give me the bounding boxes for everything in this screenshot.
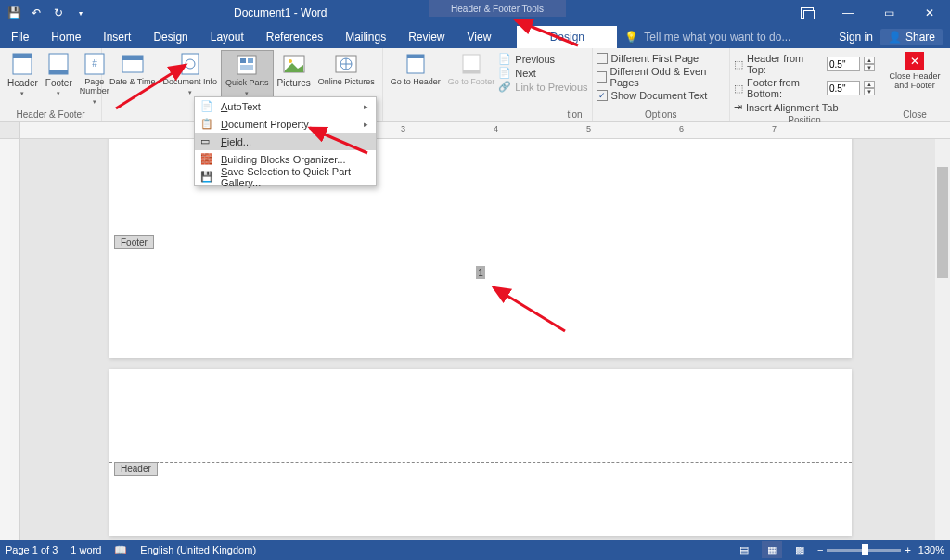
share-button[interactable]: 👤 Share bbox=[880, 29, 943, 45]
ruler-num: 6 bbox=[679, 124, 684, 134]
slider-thumb[interactable] bbox=[862, 544, 868, 555]
close-icon: ✕ bbox=[905, 52, 924, 70]
header-top-input[interactable] bbox=[827, 57, 860, 71]
quick-parts-menu: 📄 AutoText ▸ 📋 Document Property ▸ ▭ Fie… bbox=[194, 96, 377, 186]
different-odd-even-checkbox[interactable]: Different Odd & Even Pages bbox=[597, 65, 725, 89]
tab-review[interactable]: Review bbox=[397, 26, 456, 48]
page-indicator[interactable]: Page 1 of 3 bbox=[6, 544, 58, 555]
redo-button[interactable]: ↻ bbox=[48, 3, 69, 23]
online-pictures-icon bbox=[333, 52, 359, 76]
tab-file[interactable]: File bbox=[0, 26, 40, 48]
vertical-ruler[interactable] bbox=[0, 139, 20, 540]
svg-rect-13 bbox=[240, 65, 253, 70]
footer-button[interactable]: Footer▾ bbox=[42, 50, 76, 108]
tab-view[interactable]: View bbox=[456, 26, 503, 48]
header-tag: Header bbox=[114, 462, 158, 476]
zoom-level[interactable]: 130% bbox=[918, 544, 944, 555]
save-button[interactable]: 💾 bbox=[4, 3, 24, 23]
goto-footer-button[interactable]: Go to Footer bbox=[444, 50, 499, 108]
language-indicator[interactable]: English (United Kingdom) bbox=[140, 544, 256, 555]
menu-save-selection[interactable]: 💾 Save Selection to Quick Part Gallery..… bbox=[195, 168, 376, 185]
tell-me-placeholder: Tell me what you want to do... bbox=[644, 31, 790, 44]
tab-insert[interactable]: Insert bbox=[92, 26, 142, 48]
tab-design[interactable]: Design bbox=[142, 26, 199, 48]
menu-autotext[interactable]: 📄 AutoText ▸ bbox=[195, 97, 376, 115]
ruler-num: 7 bbox=[772, 124, 777, 134]
tab-hf-design[interactable]: Design bbox=[517, 26, 617, 48]
link-icon: 🔗 bbox=[498, 81, 511, 93]
link-to-previous-button[interactable]: 🔗Link to Previous bbox=[498, 80, 587, 94]
word-count[interactable]: 1 word bbox=[71, 544, 101, 555]
footer-bottom-input[interactable] bbox=[827, 81, 860, 95]
zoom-in-button[interactable]: + bbox=[905, 544, 910, 555]
group-label-hf: Header & Footer bbox=[4, 108, 97, 121]
svg-text:#: # bbox=[92, 58, 97, 69]
svg-rect-19 bbox=[407, 55, 424, 58]
maximize-button[interactable]: ▭ bbox=[868, 0, 909, 26]
document-area: Footer 1 Header bbox=[0, 139, 950, 540]
save-gallery-icon: 💾 bbox=[200, 171, 213, 184]
web-layout-button[interactable]: ▩ bbox=[790, 541, 810, 558]
header-button[interactable]: Header▾ bbox=[4, 50, 42, 108]
building-blocks-icon: 🧱 bbox=[200, 153, 213, 166]
footer-tag: Footer bbox=[114, 235, 154, 249]
close-header-footer-button[interactable]: ✕ Close Header and Footer bbox=[883, 50, 946, 108]
vertical-scrollbar[interactable] bbox=[935, 139, 950, 540]
tab-layout[interactable]: Layout bbox=[199, 26, 255, 48]
ribbon-display-options[interactable] bbox=[787, 0, 828, 26]
svg-rect-12 bbox=[248, 58, 253, 63]
zoom-out-button[interactable]: − bbox=[817, 544, 823, 555]
previous-button[interactable]: 📄Previous bbox=[498, 52, 587, 66]
header-from-top[interactable]: ⬚ Header from Top: ▲▼ bbox=[734, 52, 875, 76]
show-document-text-checkbox[interactable]: ✓Show Document Text bbox=[597, 89, 725, 102]
ribbon: Header▾ Footer▾ # Page Number▾ Header & … bbox=[0, 48, 950, 122]
minimize-button[interactable]: — bbox=[828, 0, 868, 26]
undo-button[interactable]: ↶ bbox=[26, 3, 46, 23]
document-title: Document1 - Word bbox=[234, 6, 327, 19]
date-time-icon bbox=[120, 52, 146, 76]
doc-property-icon: 📋 bbox=[200, 118, 213, 131]
scrollbar-thumb[interactable] bbox=[937, 167, 948, 278]
print-layout-button[interactable]: ▦ bbox=[762, 541, 782, 558]
spin-down[interactable]: ▼ bbox=[864, 64, 875, 71]
svg-rect-1 bbox=[13, 54, 32, 58]
goto-header-button[interactable]: Go to Header bbox=[387, 50, 444, 108]
field-icon: ▭ bbox=[200, 135, 213, 148]
tab-home[interactable]: Home bbox=[40, 26, 92, 48]
date-time-button[interactable]: Date & Time bbox=[106, 50, 160, 108]
lightbulb-icon: 💡 bbox=[624, 31, 638, 44]
read-mode-button[interactable]: ▤ bbox=[734, 541, 754, 558]
spin-up[interactable]: ▲ bbox=[864, 57, 875, 64]
sign-in-link[interactable]: Sign in bbox=[839, 31, 873, 44]
close-window-button[interactable]: ✕ bbox=[909, 0, 950, 26]
menu-document-property[interactable]: 📋 Document Property ▸ bbox=[195, 115, 376, 133]
zoom-slider[interactable]: − + bbox=[817, 544, 911, 555]
footer-bottom-icon: ⬚ bbox=[734, 83, 743, 95]
spin-up[interactable]: ▲ bbox=[864, 81, 875, 88]
pictures-icon bbox=[281, 52, 307, 76]
checkbox-icon bbox=[597, 53, 608, 64]
page-number-field[interactable]: 1 bbox=[476, 266, 485, 279]
footer-from-bottom[interactable]: ⬚ Footer from Bottom: ▲▼ bbox=[734, 76, 875, 100]
menu-field[interactable]: ▭ Field... bbox=[195, 133, 376, 150]
svg-point-15 bbox=[289, 59, 292, 63]
group-label-options: Options bbox=[597, 108, 725, 121]
next-button[interactable]: 📄Next bbox=[498, 66, 587, 80]
qat-customize[interactable]: ▾ bbox=[71, 3, 91, 23]
svg-rect-7 bbox=[122, 56, 143, 60]
page-2[interactable]: Header bbox=[109, 369, 852, 536]
quick-parts-icon bbox=[234, 53, 260, 77]
goto-footer-icon bbox=[458, 52, 484, 76]
titlebar: 💾 ↶ ↻ ▾ Document1 - Word Header & Footer… bbox=[0, 0, 950, 26]
different-first-page-checkbox[interactable]: Different First Page bbox=[597, 52, 725, 65]
spell-check-icon[interactable]: 📖 bbox=[114, 544, 127, 556]
spin-down[interactable]: ▼ bbox=[864, 88, 875, 95]
context-tab-header-footer: Header & Footer Tools bbox=[429, 0, 566, 17]
insert-alignment-tab[interactable]: ⇥Insert Alignment Tab bbox=[734, 100, 875, 114]
tab-references[interactable]: References bbox=[255, 26, 334, 48]
tab-mailings[interactable]: Mailings bbox=[334, 26, 397, 48]
tell-me-search[interactable]: 💡 Tell me what you want to do... bbox=[617, 26, 798, 48]
horizontal-ruler[interactable]: 3 4 5 6 7 bbox=[0, 122, 950, 139]
share-label: Share bbox=[905, 31, 935, 44]
doc-info-icon bbox=[177, 52, 203, 76]
